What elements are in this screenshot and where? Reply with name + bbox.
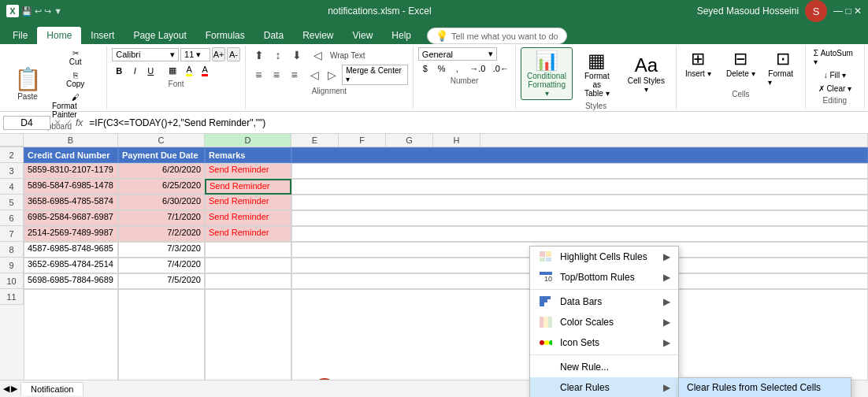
- cell-c4[interactable]: 6/25/2020: [118, 179, 205, 195]
- italic-button[interactable]: I: [128, 65, 142, 77]
- col-header-e: E: [291, 134, 339, 147]
- cell-d5[interactable]: Send Reminder: [205, 195, 291, 210]
- center-align-button[interactable]: ≡: [269, 67, 285, 83]
- left-align-button[interactable]: ≡: [250, 67, 267, 83]
- fill-button[interactable]: ↓ Fill ▾: [811, 69, 859, 81]
- conditional-formatting-button[interactable]: 📊 ConditionalFormatting ▾: [521, 47, 573, 100]
- underline-button[interactable]: U: [143, 65, 158, 77]
- font-name-arrow: ▾: [170, 50, 175, 60]
- menu-item-new-rule[interactable]: New Rule...: [530, 357, 678, 377]
- number-row2: $ % , →.0 .0←: [418, 62, 510, 75]
- autosum-button[interactable]: Σ AutoSum ▾: [811, 47, 859, 68]
- top-bottom-icon: 10: [538, 271, 554, 284]
- cell-c10[interactable]: 7/5/2020: [118, 273, 205, 289]
- cell-c7[interactable]: 7/2/2020: [118, 226, 205, 242]
- sheet-tab-notification[interactable]: Notification: [20, 382, 83, 395]
- cell-d7[interactable]: Send Reminder: [205, 226, 291, 242]
- format-as-table-button[interactable]: ▦ Format asTable ▾: [576, 48, 618, 99]
- cell-b8[interactable]: 4587-6985-8748-9685: [24, 242, 118, 258]
- insert-function-icon[interactable]: fx: [76, 117, 83, 128]
- submenu-clear-selected[interactable]: Clear Rules from Selected Cells: [679, 378, 851, 397]
- tab-insert[interactable]: Insert: [81, 27, 124, 44]
- insert-button[interactable]: ⊞ Insert ▾: [678, 47, 718, 88]
- cell-c3[interactable]: 6/20/2020: [118, 163, 205, 179]
- sheet-nav-prev[interactable]: ◀: [3, 384, 9, 394]
- delete-button[interactable]: ⊟ Delete ▾: [721, 47, 760, 88]
- cells-buttons: ⊞ Insert ▾ ⊟ Delete ▾ ⊡ Format ▾: [678, 47, 803, 88]
- alignment-row2: ≡ ≡ ≡ ◁ ▷ Merge & Center ▾: [250, 65, 408, 85]
- tab-review[interactable]: Review: [293, 27, 343, 44]
- cell-b9[interactable]: 3652-6985-4784-2514: [24, 258, 118, 273]
- wrap-text-button[interactable]: Wrap Text: [328, 47, 367, 63]
- cell-rest-3: [291, 163, 868, 179]
- tab-data[interactable]: Data: [254, 27, 293, 44]
- increase-decimal-button[interactable]: →.0: [466, 62, 487, 75]
- cell-b10[interactable]: 5698-6985-7884-9689: [24, 273, 118, 289]
- cell-d3[interactable]: Send Reminder: [205, 163, 291, 179]
- cell-styles-button[interactable]: Aa Cell Styles ▾: [621, 53, 671, 95]
- increase-font-button[interactable]: A+: [212, 47, 225, 61]
- tab-help[interactable]: Help: [382, 27, 421, 44]
- cell-c8[interactable]: 7/3/2020: [118, 242, 205, 258]
- tab-view[interactable]: View: [343, 27, 383, 44]
- cell-b4[interactable]: 5896-5847-6985-1478: [24, 179, 118, 195]
- cell-d4[interactable]: Send Reminder: [205, 179, 291, 195]
- cell-c9[interactable]: 7/4/2020: [118, 258, 205, 273]
- cell-reference-input[interactable]: [3, 116, 50, 130]
- tab-home[interactable]: Home: [37, 27, 81, 44]
- cut-button[interactable]: ✂ Cut: [49, 47, 102, 68]
- copy-button[interactable]: ⎘ Copy: [49, 69, 102, 90]
- cell-d9[interactable]: [205, 258, 291, 273]
- cell-b6[interactable]: 6985-2584-9687-6987: [24, 210, 118, 226]
- accounting-button[interactable]: $: [418, 62, 432, 75]
- number-group-label: Number: [451, 76, 479, 85]
- font-name-dropdown[interactable]: Calibri ▾: [112, 48, 179, 61]
- cell-b5[interactable]: 3658-6985-4785-5874: [24, 195, 118, 210]
- font-group-label: Font: [169, 80, 184, 88]
- menu-item-icon-sets[interactable]: Icon Sets ▶: [530, 332, 678, 353]
- decrease-decimal-button[interactable]: .0←: [489, 62, 510, 75]
- border-button[interactable]: ▦: [165, 64, 180, 77]
- tab-file[interactable]: File: [3, 27, 37, 44]
- font-color-button[interactable]: A: [198, 63, 212, 78]
- right-align-button[interactable]: ≡: [286, 67, 302, 83]
- text-angle-button[interactable]: ◁: [310, 47, 327, 63]
- format-button[interactable]: ⊡ Format ▾: [763, 47, 803, 88]
- tab-page-layout[interactable]: Page Layout: [124, 27, 195, 44]
- cell-d6[interactable]: Send Reminder: [205, 210, 291, 226]
- menu-item-highlight-cells[interactable]: Highlight Cells Rules ▶: [530, 247, 678, 267]
- cell-c6[interactable]: 7/1/2020: [118, 210, 205, 226]
- bold-button[interactable]: B: [112, 65, 126, 77]
- increase-indent-button[interactable]: ▷: [325, 67, 341, 83]
- cancel-formula-icon[interactable]: ✕: [54, 117, 61, 128]
- merge-center-button[interactable]: Merge & Center ▾: [342, 65, 408, 85]
- tab-formulas[interactable]: Formulas: [196, 27, 254, 44]
- window-controls[interactable]: — □ ✕: [833, 6, 862, 17]
- clear-button[interactable]: ✗ Clear ▾: [811, 83, 859, 95]
- number-format-dropdown[interactable]: General ▾: [418, 47, 497, 61]
- cell-c5[interactable]: 6/30/2020: [118, 195, 205, 210]
- paste-button[interactable]: 📋 Paste: [8, 65, 47, 103]
- comma-button[interactable]: ,: [450, 62, 464, 75]
- font-size-dropdown[interactable]: 11 ▾: [180, 48, 210, 61]
- bottom-align-button[interactable]: ⬇: [288, 47, 306, 63]
- middle-align-button[interactable]: ↕: [269, 47, 287, 63]
- cell-d8[interactable]: [205, 242, 291, 258]
- window-title: notifications.xlsm - Excel: [328, 6, 431, 17]
- decrease-font-button[interactable]: A-: [227, 47, 240, 61]
- top-align-button[interactable]: ⬆: [250, 47, 268, 63]
- sheet-nav-next[interactable]: ▶: [11, 384, 17, 394]
- tell-me-box[interactable]: 💡 Tell me what you want to do: [427, 28, 567, 44]
- cell-b3[interactable]: 5859-8310-2107-1179: [24, 163, 118, 179]
- formula-display[interactable]: =IF(C3<=TODAY()+2,"Send Reminder",""): [86, 117, 865, 129]
- cell-b7[interactable]: 2514-2569-7489-9987: [24, 226, 118, 242]
- confirm-formula-icon[interactable]: ✓: [65, 117, 72, 128]
- cell-d10[interactable]: [205, 273, 291, 289]
- menu-item-top-bottom[interactable]: 10 Top/Bottom Rules ▶: [530, 267, 678, 288]
- menu-item-clear-rules[interactable]: Clear Rules ▶ Clear Rules from Selected …: [530, 377, 678, 397]
- percent-button[interactable]: %: [434, 62, 448, 75]
- decrease-indent-button[interactable]: ◁: [306, 67, 323, 83]
- menu-item-color-scales[interactable]: Color Scales ▶: [530, 312, 678, 332]
- menu-item-data-bars[interactable]: Data Bars ▶: [530, 291, 678, 312]
- fill-color-button[interactable]: A: [182, 63, 196, 78]
